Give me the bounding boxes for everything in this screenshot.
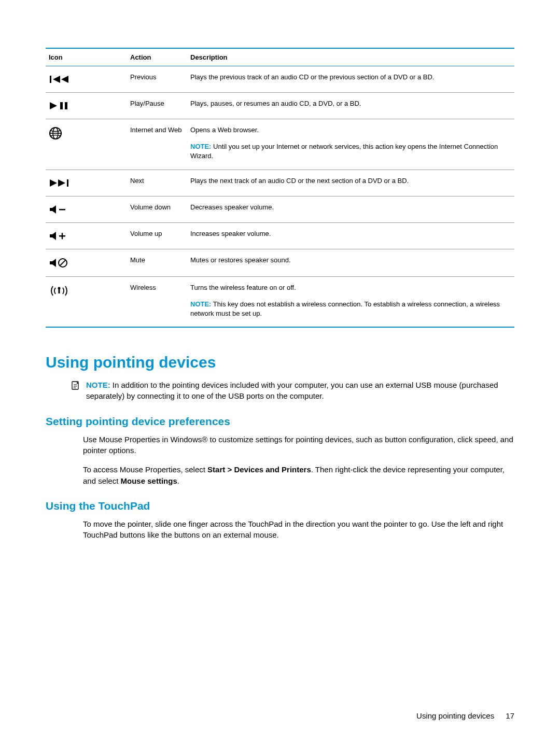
volume-up-icon	[46, 222, 127, 249]
description-cell: Turns the wireless feature on or off.NOT…	[187, 276, 514, 327]
wireless-icon	[46, 276, 127, 327]
svg-rect-4	[60, 102, 63, 109]
globe-icon	[46, 119, 127, 170]
description-cell: Decreases speaker volume.	[187, 196, 514, 222]
svg-marker-13	[52, 205, 56, 214]
heading-using-touchpad: Using the TouchPad	[46, 500, 514, 512]
col-description: Description	[187, 48, 514, 66]
action-cell: Volume down	[127, 196, 187, 222]
paragraph: To access Mouse Properties, select Start…	[83, 464, 514, 486]
svg-rect-0	[50, 76, 51, 83]
action-cell: Volume up	[127, 222, 187, 249]
page-note: NOTE: In addition to the pointing device…	[46, 379, 514, 402]
svg-rect-15	[50, 234, 52, 237]
description-text: Mutes or restores speaker sound.	[190, 256, 511, 265]
action-cell: Play/Pause	[127, 93, 187, 119]
svg-point-24	[58, 287, 61, 289]
action-cell: Mute	[127, 249, 187, 276]
svg-rect-14	[59, 209, 65, 210]
note-label: NOTE:	[190, 143, 211, 150]
action-cell: Previous	[127, 66, 187, 93]
note-document-icon	[71, 381, 81, 393]
action-cell: Wireless	[127, 276, 187, 327]
paragraph: Use Mouse Properties in Windows® to cust…	[83, 434, 514, 456]
table-row: Volume upIncreases speaker volume.	[46, 222, 514, 249]
col-action: Action	[127, 48, 187, 66]
svg-rect-11	[67, 179, 68, 187]
section-setting-preferences: Use Mouse Properties in Windows® to cust…	[46, 434, 514, 486]
svg-marker-9	[50, 179, 57, 187]
table-row: PreviousPlays the previous track of an a…	[46, 66, 514, 93]
table-row: MuteMutes or restores speaker sound.	[46, 249, 514, 276]
description-cell: Mutes or restores speaker sound.	[187, 249, 514, 276]
note-text: Until you set up your Internet or networ…	[190, 143, 498, 160]
mute-icon	[46, 249, 127, 276]
heading-using-pointing-devices: Using pointing devices	[46, 354, 514, 371]
description-cell: Plays the previous track of an audio CD …	[187, 66, 514, 93]
play-pause-icon	[46, 93, 127, 119]
svg-marker-2	[61, 76, 68, 83]
svg-marker-16	[52, 232, 56, 240]
description-text: Opens a Web browser.	[190, 125, 511, 135]
description-text: Turns the wireless feature on or off.	[190, 283, 511, 292]
action-cell: Internet and Web	[127, 119, 187, 170]
col-icon: Icon	[46, 48, 127, 66]
action-cell: Next	[127, 170, 187, 196]
previous-track-icon	[46, 66, 127, 93]
svg-marker-10	[58, 179, 65, 187]
footer-page-number: 17	[506, 711, 514, 720]
next-track-icon	[46, 170, 127, 196]
svg-rect-5	[65, 102, 67, 109]
row-note: NOTE: Until you set up your Internet or …	[190, 142, 511, 161]
description-cell: Opens a Web browser.NOTE: Until you set …	[187, 119, 514, 170]
description-text: Plays, pauses, or resumes an audio CD, a…	[190, 99, 511, 108]
description-text: Decreases speaker volume.	[190, 203, 511, 212]
svg-rect-12	[50, 208, 52, 211]
table-row: WirelessTurns the wireless feature on or…	[46, 276, 514, 327]
svg-line-22	[60, 260, 66, 266]
section-using-touchpad: To move the pointer, slide one finger ac…	[46, 518, 514, 541]
paragraph: To move the pointer, slide one finger ac…	[83, 518, 514, 541]
document-page: Icon Action Description PreviousPlays th…	[0, 0, 560, 541]
page-note-text: NOTE: In addition to the pointing device…	[86, 379, 514, 402]
row-note: NOTE: This key does not establish a wire…	[190, 300, 511, 318]
description-cell: Plays, pauses, or resumes an audio CD, a…	[187, 93, 514, 119]
description-cell: Plays the next track of an audio CD or t…	[187, 170, 514, 196]
table-row: Volume downDecreases speaker volume.	[46, 196, 514, 222]
note-body: In addition to the pointing devices incl…	[86, 381, 498, 400]
table-row: NextPlays the next track of an audio CD …	[46, 170, 514, 196]
description-text: Plays the previous track of an audio CD …	[190, 73, 511, 82]
svg-rect-19	[50, 261, 52, 264]
action-keys-table: Icon Action Description PreviousPlays th…	[46, 48, 514, 328]
table-row: Play/PausePlays, pauses, or resumes an a…	[46, 93, 514, 119]
note-label: NOTE:	[86, 381, 110, 389]
svg-rect-18	[62, 233, 63, 239]
description-text: Increases speaker volume.	[190, 229, 511, 238]
svg-marker-20	[52, 259, 56, 267]
table-header-row: Icon Action Description	[46, 48, 514, 66]
svg-marker-3	[50, 102, 57, 109]
table-row: Internet and WebOpens a Web browser.NOTE…	[46, 119, 514, 170]
description-cell: Increases speaker volume.	[187, 222, 514, 249]
heading-setting-preferences: Setting pointing device preferences	[46, 415, 514, 428]
footer-section-title: Using pointing devices	[416, 711, 494, 720]
note-text: This key does not establish a wireless c…	[190, 300, 500, 317]
svg-marker-1	[53, 76, 60, 83]
page-footer: Using pointing devices 17	[416, 711, 514, 720]
volume-down-icon	[46, 196, 127, 222]
note-label: NOTE:	[190, 300, 211, 308]
description-text: Plays the next track of an audio CD or t…	[190, 176, 511, 186]
